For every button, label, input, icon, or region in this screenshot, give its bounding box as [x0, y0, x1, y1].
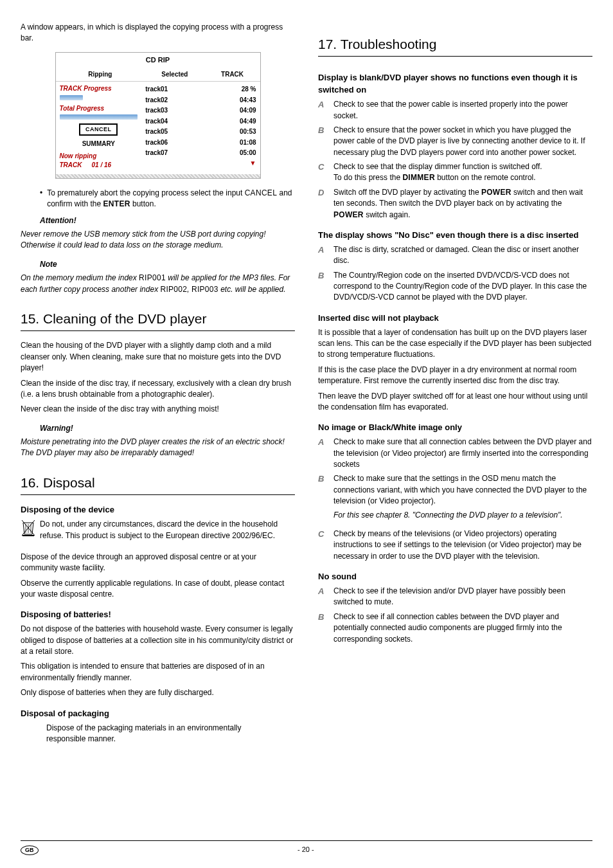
- step-d: DSwitch off the DVD player by activating…: [318, 187, 592, 221]
- enter-word: ENTER: [103, 199, 130, 208]
- cancel-button[interactable]: CANCEL: [79, 123, 118, 136]
- cdrip-row: track0404:49: [145, 116, 256, 127]
- cancel-word: CANCEL: [245, 188, 277, 197]
- page-footer: GB - 20 -: [21, 840, 592, 855]
- troubleshoot-s2-heading: The display shows "No Disc" even though …: [318, 230, 592, 242]
- step-text: Check to see that the display dimmer fun…: [333, 161, 592, 184]
- track-val: 00:53: [229, 127, 256, 137]
- step-a: ACheck to see if the television and/or D…: [318, 586, 592, 608]
- step-text: Check to ensure that the power socket in…: [333, 125, 592, 158]
- disposal-packaging-heading: Disposal of packaging: [21, 708, 295, 720]
- step-c: CCheck to see that the display dimmer fu…: [318, 161, 592, 184]
- attention-heading: Attention!: [40, 215, 295, 226]
- step-text: Check to make sure that the settings in …: [333, 473, 592, 521]
- troubleshoot-s3-heading: Inserted disc will not playback: [318, 312, 592, 325]
- cdrip-row: track0601:08: [145, 138, 256, 149]
- text: Switch off the DVD player by activating …: [333, 188, 481, 197]
- total-progress-label: Total Progress: [60, 104, 138, 114]
- bullet-icon: •: [40, 188, 47, 210]
- cdrip-row: track0128 %: [145, 84, 256, 95]
- step-letter: B: [318, 611, 333, 645]
- section-16-heading: 16. Disposal: [21, 473, 295, 495]
- step-text: Switch off the DVD player by activating …: [333, 187, 592, 221]
- track-val: 05:00: [229, 149, 256, 158]
- section-17-heading: 17. Troubleshooting: [318, 35, 592, 57]
- intro-text: A window appears, in which is displayed …: [21, 22, 295, 44]
- step-text: Check to make sure that all connection c…: [333, 437, 592, 470]
- disp-device-p1: Do not, under any circumstances, discard…: [21, 519, 295, 541]
- cdrip-row: track0204:43: [145, 95, 256, 106]
- step-letter: A: [318, 244, 333, 267]
- total-progress-bar: [60, 114, 138, 120]
- step-b: BCheck to make sure that the settings in…: [318, 473, 592, 521]
- step-a: ACheck to see that the power cable is in…: [318, 99, 592, 122]
- step-text: Check to see that the power cable is ins…: [333, 99, 592, 122]
- dimmer-word: DIMMER: [402, 173, 434, 182]
- s3-p3: Then leave the DVD player switched off f…: [318, 391, 592, 413]
- track-count: 01 / 16: [92, 161, 112, 170]
- track-name: track01: [145, 85, 229, 95]
- attention-body: Never remove the USB memory stick from t…: [21, 229, 295, 251]
- track-name: track03: [145, 106, 229, 116]
- note-heading: Note: [40, 259, 295, 270]
- warning-body: Moisture penetrating into the DVD player…: [21, 437, 295, 459]
- now-ripping-label: Now ripping: [60, 152, 138, 161]
- step-letter: B: [318, 270, 333, 303]
- svg-rect-0: [22, 535, 34, 536]
- bullet-item: • To prematurely abort the copying proce…: [40, 188, 295, 210]
- track-name: track06: [145, 138, 229, 148]
- step-text: Check to see if all connection cables be…: [333, 611, 592, 645]
- step-text: The disc is dirty, scratched or damaged.…: [333, 244, 592, 267]
- step-b: BCheck to see if all connection cables b…: [318, 611, 592, 645]
- gb-badge: GB: [21, 845, 39, 855]
- step-letter: A: [318, 586, 333, 608]
- step-b: BThe Country/Region code on the inserted…: [318, 270, 592, 303]
- header-selected: Selected: [141, 70, 209, 80]
- step-text: The Country/Region code on the inserted …: [333, 270, 592, 303]
- text: switch again.: [364, 210, 411, 219]
- track-name: track04: [145, 117, 229, 127]
- step-letter: B: [318, 473, 333, 521]
- step-letter: C: [318, 161, 333, 184]
- track-val: 01:08: [229, 138, 256, 148]
- troubleshoot-s5-heading: No sound: [318, 571, 592, 583]
- step-letter: B: [318, 125, 333, 158]
- s3-p1: It is possible that a layer of condensat…: [318, 327, 592, 361]
- section-15-heading: 15. Cleaning of the DVD player: [21, 309, 295, 331]
- disposing-device-heading: Disposing of the device: [21, 504, 295, 516]
- disp-batt-p3: Only dispose of batteries when they are …: [21, 687, 295, 698]
- rip-index: RIP002: [160, 285, 187, 294]
- track-progress-bar: [60, 95, 83, 100]
- step-letter: D: [318, 187, 333, 221]
- cdrip-row: track0304:09: [145, 105, 256, 116]
- text: To do this press the: [333, 173, 402, 182]
- step-b: BCheck to ensure that the power socket i…: [318, 125, 592, 158]
- reference-text: For this see chapter 8. "Connecting the …: [333, 510, 592, 521]
- header-ripping: Ripping: [60, 70, 141, 80]
- page-number: - 20 -: [39, 845, 574, 855]
- step-a: ACheck to make sure that all connection …: [318, 437, 592, 470]
- step-c: CCheck by means of the televisions (or V…: [318, 529, 592, 562]
- disp-device-p2: Dispose of the device through an approve…: [21, 552, 295, 574]
- disp-batt-p1: Do not dispose of the batteries with hou…: [21, 624, 295, 657]
- scroll-down-icon[interactable]: ▼: [145, 159, 256, 168]
- cdrip-title: CD RIP: [56, 55, 260, 68]
- track-name: track02: [145, 96, 229, 105]
- disp-pack-p: Dispose of the packaging materials in an…: [46, 723, 252, 745]
- track-val: 04:49: [229, 117, 256, 127]
- warning-heading: Warning!: [40, 423, 295, 434]
- note-body: On the memory medium the index RIP001 wi…: [21, 273, 295, 295]
- track-progress-label: TRACK Progress: [60, 84, 138, 94]
- step-letter: C: [318, 529, 333, 562]
- track-name: track05: [145, 127, 229, 137]
- track-val: 04:43: [229, 96, 256, 105]
- disp-device-p3: Observe the currently applicable regulat…: [21, 578, 295, 601]
- text: Check to see that the display dimmer fun…: [333, 162, 542, 171]
- power-word: POWER: [481, 188, 511, 197]
- cdrip-row: track0500:53: [145, 127, 256, 138]
- cdrip-row: track0705:00: [145, 148, 256, 159]
- trash-bin-icon: [21, 519, 36, 537]
- cdrip-bottom-bar: [56, 174, 260, 178]
- cdrip-screenshot: CD RIP Ripping Selected TRACK TRACK Prog…: [55, 52, 261, 179]
- track-count-row: TRACK 01 / 16: [60, 161, 138, 170]
